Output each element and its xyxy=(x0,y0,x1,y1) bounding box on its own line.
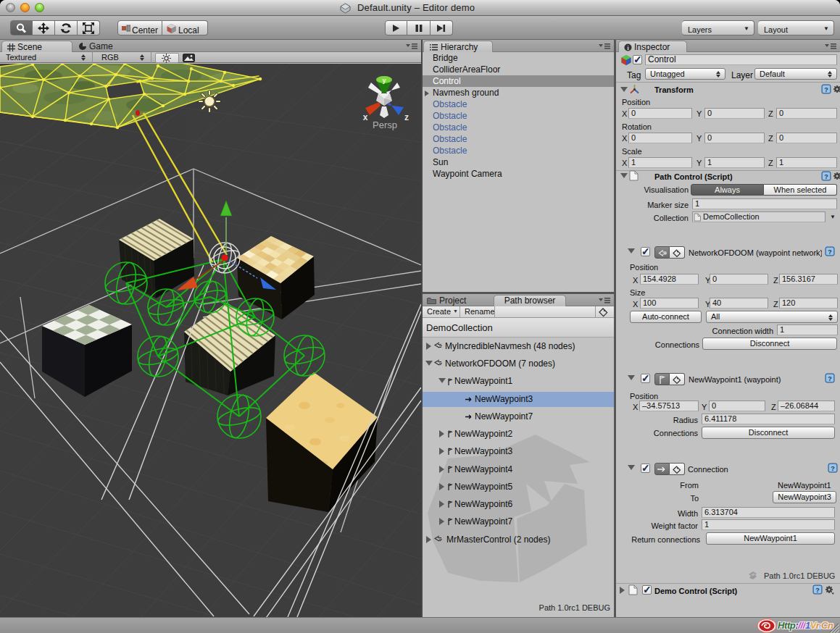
svg-text:z: z xyxy=(404,112,409,122)
svg-text:?: ? xyxy=(828,375,832,382)
svg-text:?: ? xyxy=(828,248,832,256)
svg-text:y: y xyxy=(382,77,386,84)
svg-text:?: ? xyxy=(831,465,835,472)
svg-text:Persp: Persp xyxy=(373,120,397,130)
svg-text:x: x xyxy=(363,112,368,122)
svg-text:?: ? xyxy=(824,173,828,180)
svg-text:?: ? xyxy=(824,86,828,93)
svg-text:?: ? xyxy=(815,587,820,594)
